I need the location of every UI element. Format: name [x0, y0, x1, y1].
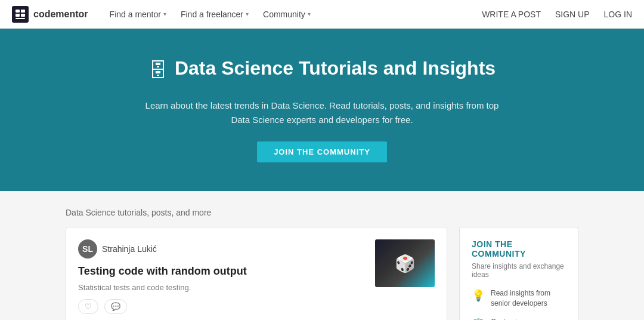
articles-column: SL Strahinja Lukić Testing code with ran… [66, 227, 447, 320]
database-icon: 🗄 [148, 60, 168, 82]
write-post-link[interactable]: WRITE A POST [482, 10, 541, 19]
chevron-down-icon: ▾ [308, 11, 311, 17]
chevron-down-icon: ▾ [163, 11, 166, 17]
heart-icon: ♡ [85, 302, 92, 311]
nav-find-mentor[interactable]: Find a mentor ▾ [103, 0, 174, 29]
comment-icon: 💬 [111, 302, 120, 311]
list-icon: 📋 [472, 318, 485, 320]
hero-section: 🗄 Data Science Tutorials and Insights Le… [0, 29, 644, 191]
sidebar-card: JOIN THE COMMUNITY Share insights and ex… [459, 227, 578, 320]
nav-community[interactable]: Community ▾ [256, 0, 318, 29]
nav-right: WRITE A POST SIGN UP LOG IN [482, 10, 632, 19]
avatar: SL [78, 239, 97, 259]
svg-rect-3 [21, 14, 25, 17]
nav-left: codementor Find a mentor ▾ Find a freela… [12, 0, 318, 29]
lightbulb-icon: 💡 [472, 289, 485, 302]
sidebar-feature: 📋 Customize your reading list [472, 317, 566, 320]
main-content: Data Science tutorials, posts, and more … [54, 191, 590, 320]
sidebar-title: JOIN THE COMMUNITY [472, 239, 566, 259]
hero-title-row: 🗄 Data Science Tutorials and Insights [12, 57, 632, 89]
article-description: Statistical tests and code testing. [78, 283, 366, 292]
feature-text: Customize your reading list [491, 317, 566, 320]
log-in-link[interactable]: LOG IN [604, 10, 632, 19]
thumbnail-placeholder: 🎲 [375, 239, 435, 287]
chevron-down-icon: ▾ [246, 11, 249, 17]
navbar: codementor Find a mentor ▾ Find a freela… [0, 0, 644, 29]
author-name: Strahinja Lukić [102, 244, 157, 254]
article-card: SL Strahinja Lukić Testing code with ran… [66, 227, 447, 320]
hero-description: Learn about the latest trends in Data Sc… [143, 99, 501, 127]
svg-rect-4 [16, 18, 25, 19]
sidebar-column: JOIN THE COMMUNITY Share insights and ex… [459, 227, 578, 320]
section-label: Data Science tutorials, posts, and more [66, 208, 578, 217]
nav-find-freelancer[interactable]: Find a freelancer ▾ [174, 0, 256, 29]
content-grid: SL Strahinja Lukić Testing code with ran… [66, 227, 578, 320]
article-title[interactable]: Testing code with random output [78, 264, 366, 278]
svg-rect-0 [16, 10, 20, 13]
svg-rect-2 [16, 14, 20, 17]
logo-link[interactable]: codementor [12, 6, 88, 23]
feature-text: Read insights from senior developers [491, 288, 566, 309]
sidebar-feature: 💡 Read insights from senior developers [472, 288, 566, 309]
like-button[interactable]: ♡ [78, 299, 98, 314]
logo-icon [12, 6, 29, 23]
dice-icon: 🎲 [395, 254, 416, 273]
article-body: SL Strahinja Lukić Testing code with ran… [78, 239, 366, 314]
join-community-button[interactable]: JOIN THE COMMUNITY [257, 141, 387, 162]
article-thumbnail: 🎲 [375, 239, 435, 287]
comment-button[interactable]: 💬 [104, 299, 127, 314]
hero-title: Data Science Tutorials and Insights [175, 57, 496, 79]
article-author: SL Strahinja Lukić [78, 239, 366, 259]
sidebar-subtitle: Share insights and exchange ideas [472, 262, 566, 279]
svg-rect-1 [21, 10, 25, 13]
article-actions: ♡ 💬 [78, 299, 366, 314]
logo-text: codementor [33, 9, 88, 20]
sign-up-link[interactable]: SIGN UP [555, 10, 590, 19]
